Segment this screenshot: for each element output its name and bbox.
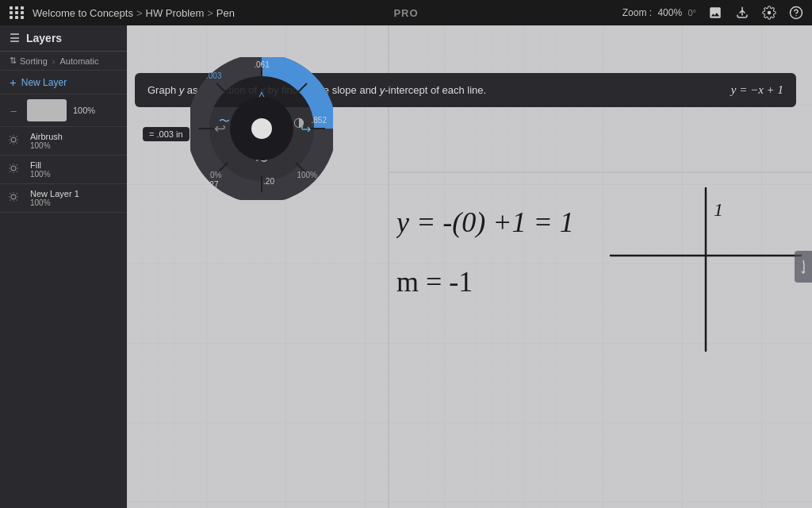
canvas-area[interactable]: Graph y as a function of x by finding th… [127, 25, 812, 508]
layer-info-fill: Fill 100% [30, 160, 51, 179]
brush-wheel[interactable]: .061 .003 .852 .20 .227 △ 〜 ↩ ↪ 0% 100% … [190, 57, 333, 200]
layer-pct-airbrush: 100% [30, 141, 63, 150]
right-edge-pen-button[interactable] [795, 251, 812, 283]
topbar: Welcome to Concepts > HW Problem > Pen P… [0, 0, 812, 25]
layer-thumb-top [27, 99, 67, 121]
sorting-icon: ⇅ [10, 56, 17, 66]
layer-item-newlayer1[interactable]: New Layer 1 100% [0, 184, 127, 213]
wheel-wave-icon: 〜 [219, 114, 230, 129]
layers-menu-icon: ☰ [10, 32, 20, 44]
zoom-angle: 0° [688, 8, 696, 17]
main-layout: ☰ Layers ⇅ Sorting › Automatic + New Lay… [0, 25, 812, 508]
breadcrumb-sep1: > [136, 7, 143, 19]
svg-point-1 [11, 137, 16, 142]
layer-visibility-fill[interactable] [6, 163, 21, 176]
zoom-value: 400% [657, 7, 682, 18]
layer-visibility-top[interactable]: – [6, 105, 21, 117]
help-icon[interactable] [788, 5, 804, 21]
new-layer-label: New Layer [21, 77, 67, 88]
layer-name-airbrush: Airbrush [30, 132, 63, 141]
svg-point-3 [11, 194, 16, 199]
wheel-outer: .061 .003 .852 .20 .227 △ 〜 ↩ ↪ 0% 100% … [190, 57, 333, 200]
layer-info-top: 100% [73, 106, 95, 115]
svg-text:m = -1: m = -1 [396, 266, 473, 298]
zoom-label: Zoom : 400% 0° [622, 7, 696, 18]
breadcrumb-folder[interactable]: HW Problem [146, 7, 205, 19]
breadcrumb-item[interactable]: Pen [216, 7, 235, 19]
topbar-center: PRO [393, 6, 418, 20]
breadcrumb: Welcome to Concepts > HW Problem > Pen [33, 7, 235, 19]
wheel-center-dot [251, 118, 272, 139]
sorting-mode: Automatic [60, 56, 99, 66]
layer-pct-newlayer1: 100% [30, 198, 79, 207]
layers-title: Layers [26, 32, 62, 44]
layer-name-fill: Fill [30, 160, 51, 170]
layers-header: ☰ Layers [0, 25, 127, 52]
sorting-label: Sorting [20, 56, 48, 66]
layer-info-airbrush: Airbrush 100% [30, 132, 63, 150]
breadcrumb-sep2: > [207, 7, 213, 19]
layer-item-top[interactable]: – 100% [0, 94, 127, 127]
wheel-half-icon: ◑ [293, 114, 304, 129]
layer-name-newlayer1: New Layer 1 [30, 189, 79, 198]
layer-item-airbrush[interactable]: Airbrush 100% [0, 127, 127, 156]
breadcrumb-home[interactable]: Welcome to Concepts [33, 7, 133, 19]
brush-size-indicator: = .003 in [143, 127, 190, 141]
wheel-pct-right: 100% [297, 171, 317, 179]
layers-panel: ☰ Layers ⇅ Sorting › Automatic + New Lay… [0, 25, 127, 508]
pro-badge: PRO [393, 7, 418, 19]
layer-visibility-airbrush[interactable] [6, 134, 21, 148]
cross-graph: 1 [603, 184, 809, 359]
apps-icon[interactable] [8, 5, 26, 21]
new-layer-plus: + [10, 75, 17, 89]
sorting-row[interactable]: ⇅ Sorting › Automatic [0, 52, 127, 71]
topbar-right: Zoom : 400% 0° [622, 5, 804, 21]
layer-info-newlayer1: New Layer 1 100% [30, 189, 79, 207]
settings-icon[interactable] [761, 5, 777, 21]
image-icon[interactable] [707, 5, 723, 21]
wheel-pct-left: 0% [210, 171, 221, 179]
svg-point-2 [11, 166, 16, 171]
layer-visibility-newlayer1[interactable] [6, 191, 21, 205]
topbar-left: Welcome to Concepts > HW Problem > Pen [8, 5, 235, 21]
share-icon[interactable] [734, 5, 750, 21]
svg-text:1: 1 [714, 199, 723, 220]
wheel-inner [230, 97, 293, 160]
layer-pct-fill: 100% [30, 170, 51, 179]
layer-item-fill[interactable]: Fill 100% [0, 156, 127, 184]
svg-text:y = -(0) +1 = 1: y = -(0) +1 = 1 [396, 206, 574, 238]
instruction-formula: y = −x + 1 [731, 81, 783, 99]
new-layer-button[interactable]: + New Layer [0, 71, 127, 94]
